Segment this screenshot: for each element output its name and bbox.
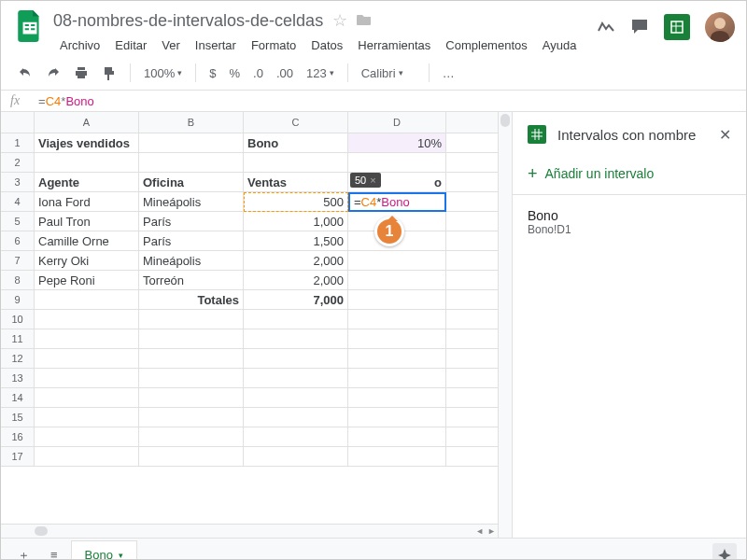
doc-title[interactable]: 08-nombres-de-intervalos-de-celdas	[53, 11, 323, 31]
menu-bar: Archivo Editar Ver Insertar Formato Dato…	[53, 35, 597, 56]
menu-complementos[interactable]: Complementos	[439, 35, 533, 56]
menu-insertar[interactable]: Insertar	[189, 35, 243, 56]
svg-rect-1	[531, 129, 543, 140]
fmt-currency[interactable]: $	[204, 63, 221, 84]
formula-result-tooltip: 50×	[350, 173, 381, 188]
undo-icon[interactable]	[12, 62, 38, 84]
row-head[interactable]: 9	[1, 290, 35, 309]
header-right	[597, 8, 735, 42]
formula-content: =C4*Bono	[38, 94, 94, 108]
col-head-b[interactable]: B	[139, 112, 244, 133]
share-button[interactable]	[664, 14, 690, 40]
col-head-a[interactable]: A	[35, 112, 139, 133]
named-range-item[interactable]: Bono Bono!D1	[513, 203, 746, 242]
menu-formato[interactable]: Formato	[245, 35, 303, 56]
menu-datos[interactable]: Datos	[304, 35, 349, 56]
panel-title: Intervalos con nombre	[557, 127, 708, 143]
fmt-dec-less[interactable]: .0	[247, 63, 269, 84]
avatar[interactable]	[705, 12, 735, 42]
callout-marker: 1	[374, 217, 404, 246]
menu-ayuda[interactable]: Ayuda	[536, 35, 584, 56]
row-head[interactable]: 2	[1, 153, 35, 172]
toolbar-more[interactable]: …	[437, 63, 460, 84]
close-icon[interactable]: ✕	[719, 126, 731, 144]
redo-icon[interactable]	[40, 62, 66, 84]
col-head-d[interactable]: D	[348, 112, 446, 133]
row-head[interactable]: 8	[1, 271, 35, 289]
fmt-more[interactable]: 123	[301, 63, 340, 84]
close-icon[interactable]: ×	[370, 175, 375, 186]
sheets-logo	[12, 8, 48, 44]
col-head-c[interactable]: C	[244, 112, 348, 133]
row-head[interactable]: 4	[1, 192, 35, 211]
zoom-select[interactable]: 100%	[138, 63, 188, 84]
font-select[interactable]: Calibri	[356, 63, 421, 84]
paint-format-icon[interactable]	[96, 62, 122, 84]
toolbar: 100% $ % .0 .00 123 Calibri …	[1, 56, 746, 91]
title-area: 08-nombres-de-intervalos-de-celdas ☆ Arc…	[53, 8, 597, 56]
row-head[interactable]: 6	[1, 231, 35, 250]
select-all-corner[interactable]	[1, 112, 35, 133]
print-icon[interactable]	[68, 62, 94, 84]
add-sheet-button[interactable]: ＋	[10, 541, 37, 561]
menu-editar[interactable]: Editar	[108, 35, 153, 56]
spreadsheet-grid[interactable]: A B C D 1Viajes vendidosBono10% 2 3Agent…	[1, 112, 512, 538]
row-head[interactable]: 5	[1, 212, 35, 231]
fmt-dec-more[interactable]: .00	[271, 63, 299, 84]
comment-icon[interactable]	[630, 18, 649, 36]
grid-rows: 1Viajes vendidosBono10% 2 3AgenteOficina…	[1, 133, 512, 467]
add-range-button[interactable]: +Añadir un intervalo	[513, 157, 746, 194]
all-sheets-button[interactable]: ≡	[43, 542, 65, 560]
menu-archivo[interactable]: Archivo	[53, 35, 106, 56]
vertical-scrollbar[interactable]	[498, 112, 512, 538]
star-icon[interactable]: ☆	[332, 10, 347, 31]
menu-ver[interactable]: Ver	[155, 35, 187, 56]
sheets-mini-icon	[528, 125, 546, 144]
sheet-tab[interactable]: Bono	[71, 540, 137, 560]
menu-herramientas[interactable]: Herramientas	[351, 35, 437, 56]
folder-icon[interactable]	[357, 11, 372, 31]
header: 08-nombres-de-intervalos-de-celdas ☆ Arc…	[1, 1, 746, 56]
svg-rect-0	[671, 21, 683, 33]
row-head[interactable]: 7	[1, 251, 35, 270]
column-headers: A B C D	[1, 112, 512, 133]
row-head[interactable]: 3	[1, 173, 35, 191]
formula-bar[interactable]: fx =C4*Bono	[1, 91, 746, 112]
fx-label: fx	[10, 93, 20, 108]
fmt-percent[interactable]: %	[223, 63, 246, 84]
explore-button[interactable]	[712, 543, 737, 561]
horizontal-scrollbar[interactable]: ◄►	[1, 524, 498, 538]
sheet-tab-bar: ＋ ≡ Bono	[1, 538, 746, 560]
named-ranges-panel: Intervalos con nombre ✕ +Añadir un inter…	[512, 112, 746, 538]
activity-icon[interactable]	[597, 18, 615, 36]
row-head[interactable]: 1	[1, 133, 35, 152]
